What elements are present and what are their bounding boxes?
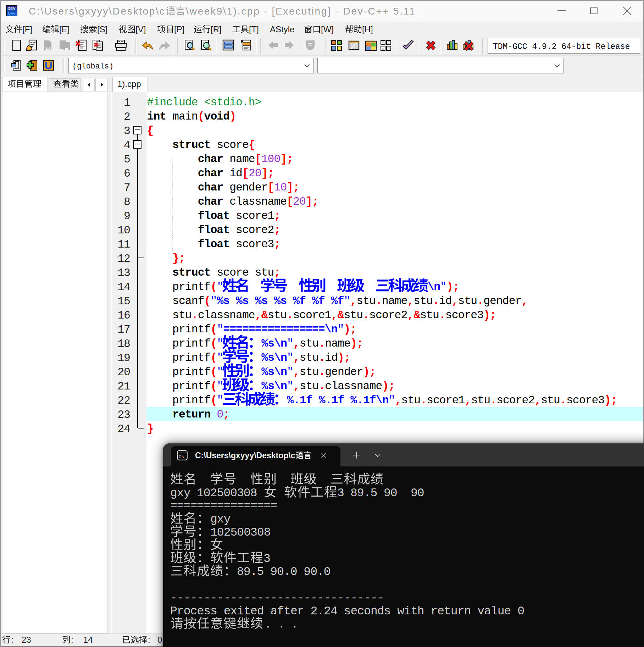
svg-text:C++: C++ xyxy=(8,11,15,15)
svg-text:C:\: C:\ xyxy=(179,455,184,459)
svg-text:DEV: DEV xyxy=(7,6,16,11)
